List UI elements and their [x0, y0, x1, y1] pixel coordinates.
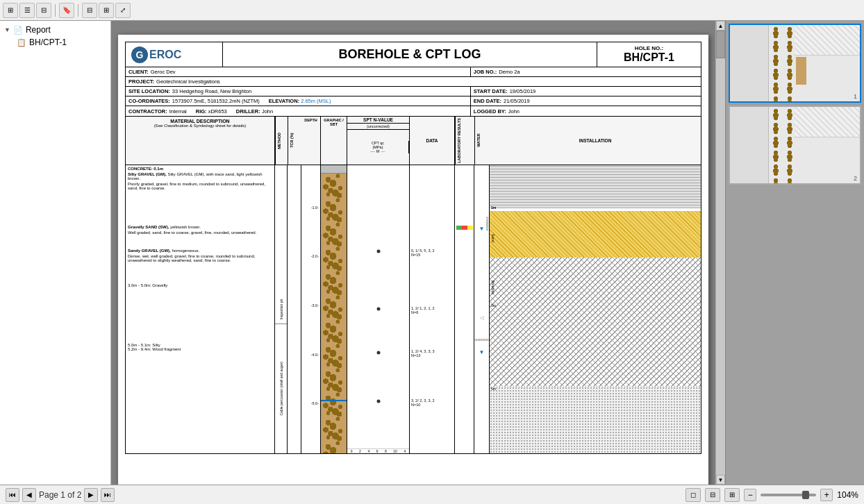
depth-3m: -3.0-	[301, 303, 319, 308]
coords-label: CO-ORDINATES:	[128, 98, 170, 104]
fit-page-button[interactable]: ⤢	[115, 3, 131, 18]
elevation-cell: ELEVATION: 2.65m (MSL)	[269, 98, 331, 104]
well-graded-desc: Well graded, sand, fine to coarse, grave…	[128, 230, 272, 235]
project-cell: PROJECT: Geotechnical Investigations	[126, 77, 701, 86]
thumbnail-1[interactable]: 1	[729, 24, 861, 103]
zoom-level: 104%	[837, 490, 858, 500]
depth-4m: -4.0-	[301, 353, 319, 357]
tree-item-bhcpt1[interactable]: 📋 BH/CPT-1	[3, 36, 108, 49]
sandy-gravel-heading: Sandy GRAVEL (GW),	[128, 249, 171, 253]
job-no-value: Demo 2a	[499, 69, 520, 75]
end-date-label: END DATE:	[474, 98, 501, 104]
thumbnail-1-page-num: 1	[854, 93, 857, 100]
spt-val-4: 3, 2/ 2, 3, 3, 2 N=10	[411, 398, 435, 407]
cpt-rf-label: Rf	[376, 149, 380, 153]
install-1m-label: 1m	[491, 205, 496, 210]
thumb-orange	[796, 57, 806, 85]
thumb-right-bottom	[795, 56, 860, 101]
client-label: CLIENT:	[128, 69, 149, 75]
elevation-label: ELEVATION:	[269, 98, 299, 104]
coords-cell: CO-ORDINATES: 1573907.5mE, 5181532.2mN (…	[126, 96, 471, 106]
logged-by-label: LOGGED BY:	[474, 108, 506, 115]
thumb-left-2	[730, 107, 769, 183]
right-area: ▲ ▼	[715, 21, 864, 485]
continuous-view-button[interactable]: ⊟	[705, 488, 720, 502]
grid-view-button-status[interactable]: ⊞	[724, 488, 740, 502]
scroll-thumb[interactable]	[716, 31, 725, 58]
spt-val-3: 1, 2/ 4, 3, 3, 3 N=13	[411, 349, 435, 358]
vertical-split-button[interactable]: ⊞	[99, 3, 114, 18]
tree-root-report[interactable]: ▼ 📄 Report	[3, 24, 108, 36]
bookmark-button[interactable]: 🔖	[59, 3, 74, 18]
thumb-right	[795, 25, 860, 101]
install-crosshatch	[490, 258, 701, 387]
graphic-column	[321, 165, 347, 453]
end-date-value: 21/05/2019	[504, 98, 530, 104]
single-page-view-button[interactable]: ◻	[686, 488, 701, 502]
thumbnail-1-image	[730, 25, 860, 101]
site-value: 33 Hedgehog Road, New Brighton	[172, 88, 251, 94]
sandy-gravel-text: homogeneous.	[172, 249, 199, 253]
col-spt-header: SPT N-VALUE (uncorrected) CPT qc (MPa) —…	[347, 117, 410, 165]
last-page-button[interactable]: ⏭	[101, 488, 115, 502]
silty-gravel-desc: Silty GRAVEL (GM), Silty GRAVEL (GM), wi…	[128, 172, 272, 180]
hole-no-value: BH/CPT-1	[603, 51, 695, 64]
elevation-value: 2.65m (MSL)	[301, 98, 331, 104]
document-view[interactable]: G EROC BOREHOLE & CPT LOG HOLE NO.: BH/C…	[111, 21, 715, 485]
vertical-scrollbar[interactable]: ▲ ▼	[715, 21, 725, 485]
hole-no-area: HOLE NO.: BH/CPT-1	[597, 42, 701, 67]
scroll-track[interactable]	[716, 31, 725, 475]
gravelly-sand-text: yellowish brown.	[170, 225, 201, 229]
zoom-out-button[interactable]: −	[744, 489, 756, 501]
zoom-slider-thumb[interactable]	[802, 491, 809, 499]
grid-view-button[interactable]: ⊞	[3, 3, 18, 18]
rig-cell: RIG: xDR653	[196, 108, 227, 115]
next-page-button[interactable]: ▶	[84, 488, 98, 502]
depth-1m: -1.0-	[301, 205, 319, 210]
gravelly-sand-desc: Gravelly SAND (SW), yellowish brown.	[128, 225, 272, 229]
project-value: Geotechnical Investigations	[156, 78, 220, 85]
start-date-label: START DATE:	[474, 88, 508, 94]
project-label: PROJECT:	[128, 78, 154, 85]
gravelly-sand-heading: Gravelly SAND (SW),	[128, 225, 169, 229]
dense-wet-desc: Dense, wet, well graded, gravel, fine to…	[128, 254, 272, 262]
zoom-in-button[interactable]: +	[820, 489, 833, 501]
info-row-client: CLIENT: Geroc Dev JOB NO.: Demo 2a	[126, 67, 701, 77]
thumbnail-2-page-num: 2	[854, 175, 857, 182]
spt-dot-1	[376, 250, 380, 253]
scroll-down-button[interactable]: ▼	[716, 475, 725, 485]
tree-view-button[interactable]: ☰	[19, 3, 35, 18]
columns-view-button[interactable]: ⊟	[36, 3, 51, 18]
site-label: SITE LOCATION:	[128, 88, 170, 94]
thumb-right-2	[795, 107, 860, 183]
client-cell: CLIENT: Geroc Dev	[126, 67, 471, 76]
start-date-cell: START DATE: 19/05/2019	[471, 87, 701, 96]
log-header: MATERIAL DESCRIPTION (See Classification…	[126, 117, 701, 165]
install-borehole-label: Borehole	[491, 280, 495, 294]
horizontal-split-button[interactable]: ⊟	[82, 3, 97, 18]
data-column: 0, 1/ 5, 5, 3, 2 N=15 1, 2/ 1, 2, 1, 2 N…	[410, 165, 455, 453]
cpt-row: CPT qc (MPa) — Rf —	[347, 130, 409, 165]
installation-column: 1m Sand 3m Borehole 5m	[490, 165, 701, 453]
water-line	[321, 400, 347, 401]
lab-bar-yellow	[467, 226, 473, 230]
first-page-button[interactable]: ⏮	[6, 488, 19, 502]
spt-val-1: 0, 1/ 5, 5, 3, 2 N=15	[411, 249, 435, 257]
lab-bar-green	[456, 226, 462, 230]
thumbnail-2[interactable]: 2	[729, 106, 861, 185]
prev-page-button[interactable]: ◀	[22, 488, 36, 502]
thumbnail-2-image	[730, 107, 860, 183]
contractor-cell: CONTRACTOR: Internal RIG: xDR653 DRILLER…	[126, 106, 471, 116]
driller-label: DRILLER:	[236, 108, 260, 115]
col-desc-header: MATERIAL DESCRIPTION (See Classification…	[126, 117, 275, 165]
logged-by-cell: LOGGED BY: John	[471, 106, 701, 116]
zoom-slider[interactable]	[761, 494, 816, 496]
document-page: G EROC BOREHOLE & CPT LOG HOLE NO.: BH/C…	[118, 35, 708, 485]
depth-column: -1.0- -2.0- -3.0- -4.0- -5.0-	[301, 165, 321, 453]
expand-icon: ▼	[4, 26, 10, 33]
contractor-label: CONTRACTOR:	[128, 108, 167, 115]
concrete-desc: CONCRETE: 0.1m	[128, 167, 272, 171]
scroll-up-button[interactable]: ▲	[716, 21, 725, 31]
wood-note: 5.2m - 9.4m: Wood fragment	[128, 347, 272, 351]
tcr-column	[288, 165, 301, 453]
